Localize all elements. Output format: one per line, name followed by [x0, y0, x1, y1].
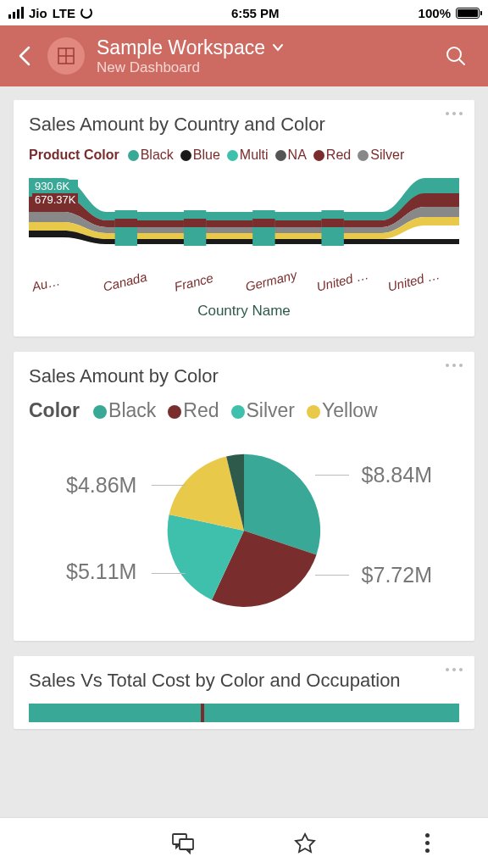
legend-label: Color [29, 399, 80, 422]
data-label: 930.6K [32, 180, 78, 193]
svg-line-4 [459, 59, 464, 64]
signal-icon [8, 7, 24, 19]
legend-item: Yellow [322, 399, 378, 421]
data-label: $5.11M [66, 559, 136, 584]
legend-item: Blue [193, 147, 220, 162]
carrier-label: Jio [29, 6, 47, 20]
comments-button[interactable] [122, 832, 244, 854]
bottom-toolbar [0, 817, 488, 868]
svg-rect-15 [180, 839, 193, 849]
more-icon [425, 833, 430, 853]
battery-pct: 100% [419, 6, 451, 20]
legend-label: Product Color [29, 147, 119, 163]
svg-rect-6 [115, 210, 137, 246]
network-label: LTE [53, 6, 75, 20]
tile-title: Sales Amount by Country and Color [29, 114, 459, 136]
tile-title: Sales Vs Total Cost by Color and Occupat… [29, 670, 459, 692]
dashboard-subtitle: New Dashboard [97, 59, 439, 76]
svg-rect-9 [321, 210, 343, 246]
app-header: Sample Workspace New Dashboard [0, 25, 488, 86]
legend-item: NA [288, 147, 307, 162]
svg-rect-11 [184, 219, 206, 227]
bar-chart-preview [29, 704, 459, 722]
battery-icon [456, 8, 480, 19]
legend-item: Black [141, 147, 174, 162]
legend-item: Black [108, 399, 156, 421]
workspace-dropdown[interactable]: Sample Workspace [97, 36, 439, 59]
legend-item: Silver [370, 147, 404, 162]
legend-item: Multi [240, 147, 269, 162]
svg-rect-13 [321, 219, 343, 227]
search-button[interactable] [439, 39, 473, 73]
clock: 6:55 PM [231, 6, 280, 20]
legend-item: Silver [247, 399, 296, 421]
legend-item: Red [183, 399, 219, 421]
status-bar: Jio LTE 6:55 PM 100% [0, 0, 488, 25]
x-axis-title: Country Name [29, 303, 459, 320]
tile-sales-by-country-color[interactable]: Sales Amount by Country and Color Produc… [14, 100, 474, 337]
dashboard-content: Sales Amount by Country and Color Produc… [0, 86, 488, 817]
tile-menu-button[interactable] [446, 112, 463, 115]
chart1-legend: Product Color Black Blue Multi NA Red Si… [29, 147, 459, 163]
workspace-title: Sample Workspace [97, 36, 265, 59]
chevron-down-icon [272, 43, 284, 52]
svg-rect-8 [252, 210, 274, 246]
legend-item: Red [326, 147, 351, 162]
spinner-icon [80, 7, 92, 19]
ribbon-chart[interactable]: 930.6K 679.37K [29, 178, 459, 271]
chart2-legend: Color Black Red Silver Yellow [29, 399, 459, 422]
tile-sales-by-color[interactable]: Sales Amount by Color Color Black Red Si… [14, 352, 474, 641]
back-button[interactable] [8, 39, 42, 73]
svg-rect-7 [184, 210, 206, 246]
svg-rect-12 [252, 219, 274, 227]
pie-chart[interactable]: $4.86M $5.11M $8.84M $7.72M [29, 437, 459, 624]
workspace-icon[interactable] [47, 37, 85, 75]
data-label: $8.84M [362, 463, 432, 487]
more-button[interactable] [366, 833, 488, 853]
x-axis-labels: Au… Canada France Germany United … Unite… [29, 280, 459, 294]
svg-rect-10 [115, 219, 137, 227]
tile-menu-button[interactable] [446, 364, 463, 367]
data-label: $7.72M [362, 563, 432, 587]
data-label: 679.37K [32, 193, 78, 207]
tile-sales-vs-cost[interactable]: Sales Vs Total Cost by Color and Occupat… [14, 656, 474, 729]
tile-menu-button[interactable] [446, 668, 463, 671]
favorite-button[interactable] [244, 832, 366, 855]
tile-title: Sales Amount by Color [29, 365, 459, 387]
data-label: $4.86M [66, 473, 136, 498]
